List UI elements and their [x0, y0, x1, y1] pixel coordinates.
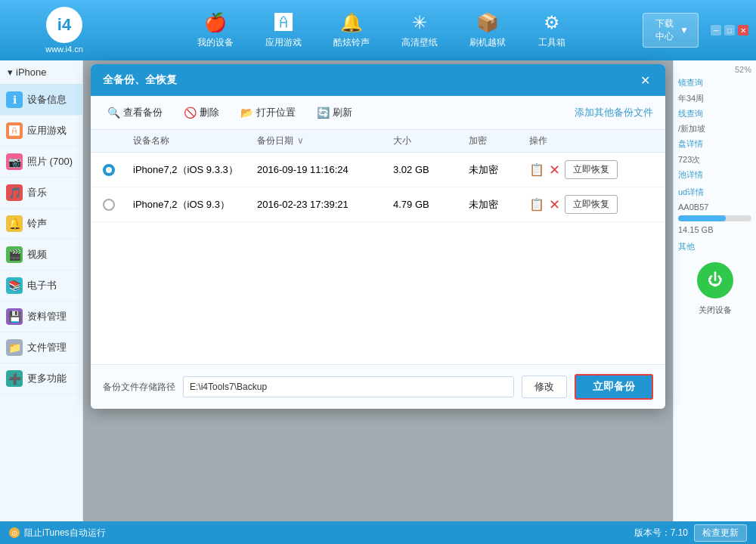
minimize-button[interactable]: ─ [711, 25, 721, 36]
delete-icon: 🚫 [184, 107, 197, 119]
right-panel: 52% 镜查询 年34周 线查询 /新加坡 盘详情 723次 池详情 ud详情 … [673, 60, 756, 521]
col-size: 大小 [393, 134, 469, 147]
sidebar: ▾ iPhone ℹ设备信息🅰应用游戏📷照片 (700)🎵音乐🔔铃声🎬视频📚电子… [0, 60, 83, 521]
nav-item-ringtones[interactable]: 🔔酷炫铃声 [321, 8, 382, 54]
shutdown-label: 关闭设备 [678, 304, 751, 316]
storage-bar [678, 215, 751, 221]
device-name-0: iPhone7,2（iOS 9.3.3） [133, 163, 257, 177]
window-controls: ─ □ ✕ [711, 25, 748, 36]
other-storage[interactable]: 其他 [678, 238, 751, 256]
action-btns-1: 📋 ✕ 立即恢复 [529, 195, 653, 214]
action-btns-0: 📋 ✕ 立即恢复 [529, 160, 653, 179]
nav-items: 🍎我的设备🅰应用游戏🔔酷炫铃声✳高清壁纸📦刷机越狱⚙工具箱 [121, 8, 643, 54]
backup-restore-dialog: 全备份、全恢复 ✕ 🔍 查看备份 🚫 删除 📂 打开位置 [91, 64, 665, 409]
refresh-button[interactable]: 🔄 刷新 [312, 104, 357, 122]
mirror-query[interactable]: 镜查询 [678, 74, 751, 92]
sidebar-item-apps[interactable]: 🅰应用游戏 [0, 116, 82, 147]
nav-item-toolbox[interactable]: ⚙工具箱 [525, 8, 578, 54]
nav-item-wallpapers[interactable]: ✳高清壁纸 [389, 8, 450, 54]
sidebar-item-data-mgmt[interactable]: 💾资料管理 [0, 301, 82, 332]
nav-item-jailbreak[interactable]: 📦刷机越狱 [457, 8, 518, 54]
check-update-button[interactable]: 检查更新 [694, 524, 747, 542]
modify-path-button[interactable]: 修改 [522, 376, 567, 398]
delete-row-icon-1[interactable]: ✕ [549, 196, 560, 213]
dialog-close-button[interactable]: ✕ [637, 72, 653, 88]
sidebar-item-more[interactable]: ➕更多功能 [0, 363, 82, 394]
refresh-icon: 🔄 [317, 107, 330, 119]
itunes-label[interactable]: 阻止iTunes自动运行 [24, 527, 106, 539]
disk-detail[interactable]: 盘详情 [678, 135, 751, 153]
online-query[interactable]: 线查询 [678, 105, 751, 123]
backup-date-0: 2016-09-19 11:16:24 [257, 164, 393, 175]
dialog-header: 全备份、全恢复 ✕ [91, 64, 665, 96]
storage-fill [678, 215, 726, 221]
table-header: 设备名称 备份日期 ∨ 大小 加密 操作 [91, 130, 665, 153]
nav-item-my-device[interactable]: 🍎我的设备 [185, 8, 246, 54]
path-label: 备份文件存储路径 [103, 381, 175, 394]
row-radio-0[interactable] [103, 164, 115, 176]
device-name-1: iPhone7,2（iOS 9.3） [133, 198, 257, 212]
view-backup-button[interactable]: 🔍 查看备份 [103, 104, 167, 122]
size-1: 4.79 GB [393, 199, 469, 210]
add-other-backup-button[interactable]: 添加其他备份文件 [575, 106, 653, 119]
nav-item-apps[interactable]: 🅰应用游戏 [253, 8, 314, 54]
open-location-button[interactable]: 📂 打开位置 [236, 104, 300, 122]
delete-button[interactable]: 🚫 删除 [179, 104, 224, 122]
bottom-left: ⊙ 阻止iTunes自动运行 [9, 527, 106, 539]
sidebar-item-file-mgmt[interactable]: 📁文件管理 [0, 332, 82, 363]
maximize-button[interactable]: □ [724, 25, 735, 36]
sidebar-device-name: iPhone [16, 66, 46, 78]
encrypted-0: 未加密 [469, 163, 529, 177]
dialog-title: 全备份、全恢复 [103, 73, 177, 87]
right-panel-52pct: 52% [678, 65, 751, 74]
sidebar-header[interactable]: ▾ iPhone [0, 60, 82, 85]
sidebar-item-device-info[interactable]: ℹ设备信息 [0, 85, 82, 116]
center-area: 全备份、全恢复 ✕ 🔍 查看备份 🚫 删除 📂 打开位置 [83, 60, 673, 521]
dialog-toolbar: 🔍 查看备份 🚫 删除 📂 打开位置 🔄 刷新 [91, 96, 665, 130]
folder-icon: 📂 [240, 107, 253, 119]
storage-size: 14.15 GB [678, 224, 751, 235]
restore-button-0[interactable]: 立即恢复 [565, 160, 618, 179]
table-body: iPhone7,2（iOS 9.3.3） 2016-09-19 11:16:24… [91, 153, 665, 364]
sidebar-item-video[interactable]: 🎬视频 [0, 240, 82, 270]
backup-now-button[interactable]: 立即备份 [575, 374, 653, 400]
sidebar-item-ringtone[interactable]: 🔔铃声 [0, 209, 82, 240]
sidebar-item-music[interactable]: 🎵音乐 [0, 178, 82, 209]
delete-row-icon-0[interactable]: ✕ [549, 162, 560, 178]
table-row: iPhone7,2（iOS 9.3） 2016-02-23 17:39:21 4… [91, 187, 665, 222]
restore-button-1[interactable]: 立即恢复 [565, 195, 618, 214]
battery-detail[interactable]: 池详情 [678, 166, 751, 184]
week-stat: 年34周 [678, 92, 751, 105]
col-action: 操作 [529, 134, 653, 147]
main-area: ▾ iPhone ℹ设备信息🅰应用游戏📷照片 (700)🎵音乐🔔铃声🎬视频📚电子… [0, 60, 756, 521]
col-device-name: 设备名称 [133, 134, 257, 147]
size-0: 3.02 GB [393, 164, 469, 175]
path-input[interactable] [183, 376, 514, 397]
row-radio-1[interactable] [103, 199, 115, 211]
dialog-footer: 备份文件存储路径 修改 立即备份 [91, 364, 665, 409]
charge-stat: 723次 [678, 153, 751, 166]
version-text: 版本号：7.10 [634, 527, 688, 539]
top-right: 下载中心 ▼ ─ □ ✕ [643, 13, 748, 48]
info-icon-0[interactable]: 📋 [529, 162, 544, 177]
sidebar-item-photos[interactable]: 📷照片 (700) [0, 147, 82, 178]
itunes-stop-icon: ⊙ [9, 527, 20, 538]
icloud-detail[interactable]: ud详情 [678, 184, 751, 202]
close-button[interactable]: ✕ [738, 25, 748, 36]
logo-icon: i4 [46, 7, 82, 43]
shutdown-button[interactable]: ⏻ [697, 262, 733, 298]
bottom-bar: ⊙ 阻止iTunes自动运行 版本号：7.10 检查更新 [0, 521, 756, 544]
sidebar-item-ebook[interactable]: 📚电子书 [0, 270, 82, 301]
bottom-right: 版本号：7.10 检查更新 [634, 524, 747, 542]
dialog-overlay: 全备份、全恢复 ✕ 🔍 查看备份 🚫 删除 📂 打开位置 [83, 60, 673, 521]
col-encrypted: 加密 [469, 134, 529, 147]
id-stat: AA0B57 [678, 202, 751, 212]
table-row: iPhone7,2（iOS 9.3.3） 2016-09-19 11:16:24… [91, 153, 665, 187]
logo-url: www.i4.cn [45, 45, 83, 54]
logo-area: i4 www.i4.cn [8, 7, 121, 54]
top-bar: i4 www.i4.cn 🍎我的设备🅰应用游戏🔔酷炫铃声✳高清壁纸📦刷机越狱⚙工… [0, 0, 756, 60]
info-icon-1[interactable]: 📋 [529, 197, 544, 212]
download-center-button[interactable]: 下载中心 ▼ [643, 13, 699, 48]
view-backup-icon: 🔍 [107, 107, 120, 119]
backup-date-1: 2016-02-23 17:39:21 [257, 199, 393, 210]
